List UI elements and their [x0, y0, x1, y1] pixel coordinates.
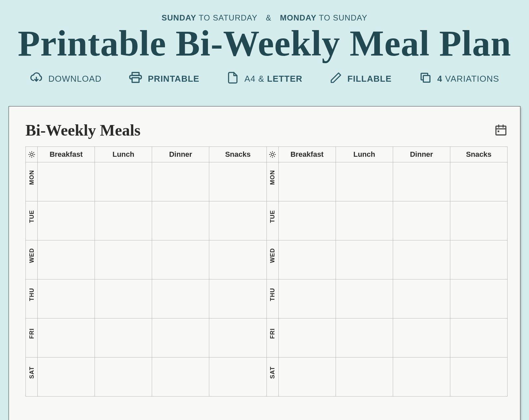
- cell[interactable]: [450, 357, 507, 396]
- cell[interactable]: [336, 318, 393, 357]
- row-thu: THU THU: [26, 279, 508, 318]
- svg-line-15: [29, 156, 30, 156]
- cell[interactable]: [38, 162, 95, 201]
- svg-rect-2: [423, 75, 430, 82]
- page-title: Printable Bi-Weekly Meal Plan: [0, 24, 529, 63]
- col-snacks-1: Snacks: [209, 147, 266, 162]
- svg-line-21: [274, 156, 274, 156]
- cell[interactable]: [95, 318, 152, 357]
- cell[interactable]: [209, 279, 266, 318]
- cell[interactable]: [95, 357, 152, 396]
- meal-grid: Breakfast Lunch Dinner Snacks Breakfa: [25, 147, 508, 397]
- cell[interactable]: [336, 240, 393, 279]
- feature-printable-label: PRINTABLE: [148, 74, 199, 84]
- cell[interactable]: [38, 318, 95, 357]
- header-row: Breakfast Lunch Dinner Snacks Breakfa: [26, 147, 508, 162]
- cell[interactable]: [95, 279, 152, 318]
- day-tue-2: TUE: [266, 201, 278, 240]
- cell[interactable]: [336, 357, 393, 396]
- cell[interactable]: [95, 201, 152, 240]
- cell[interactable]: [450, 318, 507, 357]
- cell[interactable]: [450, 162, 507, 201]
- cell[interactable]: [393, 201, 450, 240]
- svg-line-25: [274, 152, 274, 152]
- cell[interactable]: [278, 279, 336, 318]
- feature-printable: PRINTABLE: [129, 71, 199, 87]
- cell[interactable]: [152, 240, 209, 279]
- tagline-to-sunday: TO SUNDAY: [319, 13, 367, 22]
- cell[interactable]: [278, 318, 336, 357]
- day-sat-2: SAT: [266, 357, 278, 396]
- cell[interactable]: [393, 162, 450, 201]
- row-mon: MON MON: [26, 162, 508, 201]
- cell[interactable]: [38, 357, 95, 396]
- day-sat-1: SAT: [26, 357, 38, 396]
- cell[interactable]: [393, 318, 450, 357]
- cell[interactable]: [336, 201, 393, 240]
- tagline-monday: MONDAY: [280, 13, 316, 22]
- cell[interactable]: [152, 162, 209, 201]
- cell[interactable]: [336, 162, 393, 201]
- sheet-title: Bi-Weekly Meals: [25, 121, 141, 139]
- day-thu-2: THU: [266, 279, 278, 318]
- cell[interactable]: [152, 357, 209, 396]
- cell[interactable]: [278, 162, 336, 201]
- col-snacks-2: Snacks: [450, 147, 507, 162]
- cell[interactable]: [278, 240, 336, 279]
- download-icon: [30, 71, 43, 87]
- svg-line-16: [33, 152, 34, 152]
- pencil-icon: [330, 71, 342, 86]
- svg-line-12: [33, 156, 34, 156]
- cell[interactable]: [278, 201, 336, 240]
- day-mon-2: MON: [266, 162, 278, 201]
- col-lunch-2: Lunch: [336, 147, 393, 162]
- cell[interactable]: [152, 201, 209, 240]
- col-dinner-1: Dinner: [152, 147, 209, 162]
- feature-fillable: FILLABLE: [330, 71, 392, 86]
- day-mon-1: MON: [26, 162, 38, 201]
- cell[interactable]: [152, 318, 209, 357]
- sun-icon-header-2: [266, 147, 278, 162]
- feature-a4-label: A4 &: [244, 74, 264, 84]
- svg-point-17: [271, 153, 273, 155]
- row-fri: FRI FRI: [26, 318, 508, 357]
- cell[interactable]: [278, 357, 336, 396]
- copy-icon: [419, 71, 432, 87]
- cell[interactable]: [209, 240, 266, 279]
- day-wed-2: WED: [266, 240, 278, 279]
- feature-row: DOWNLOAD PRINTABLE A4 & LETTER: [0, 71, 529, 87]
- cell[interactable]: [450, 240, 507, 279]
- cell[interactable]: [95, 162, 152, 201]
- cell[interactable]: [450, 201, 507, 240]
- svg-rect-3: [496, 126, 506, 135]
- cell[interactable]: [336, 279, 393, 318]
- cell[interactable]: [38, 279, 95, 318]
- cell[interactable]: [393, 357, 450, 396]
- day-tue-1: TUE: [26, 201, 38, 240]
- day-fri-2: FRI: [266, 318, 278, 357]
- feature-variations-count: 4: [437, 74, 442, 84]
- day-fri-1: FRI: [26, 318, 38, 357]
- feature-fillable-label: FILLABLE: [347, 74, 392, 84]
- cell[interactable]: [393, 240, 450, 279]
- cell[interactable]: [152, 279, 209, 318]
- cell[interactable]: [95, 240, 152, 279]
- print-icon: [129, 71, 142, 87]
- day-thu-1: THU: [26, 279, 38, 318]
- cell[interactable]: [393, 279, 450, 318]
- svg-rect-7: [498, 131, 499, 132]
- svg-rect-1: [132, 78, 139, 82]
- cell[interactable]: [209, 162, 266, 201]
- row-tue: TUE TUE: [26, 201, 508, 240]
- cell[interactable]: [209, 318, 266, 357]
- feature-download: DOWNLOAD: [30, 71, 102, 87]
- cell[interactable]: [38, 201, 95, 240]
- cell[interactable]: [209, 201, 266, 240]
- tagline-sunday: SUNDAY: [162, 13, 196, 22]
- svg-line-24: [270, 156, 270, 156]
- cell[interactable]: [450, 279, 507, 318]
- cell[interactable]: [209, 357, 266, 396]
- cell[interactable]: [38, 240, 95, 279]
- row-sat: SAT SAT: [26, 357, 508, 396]
- feature-variations-label: VARIATIONS: [445, 74, 499, 84]
